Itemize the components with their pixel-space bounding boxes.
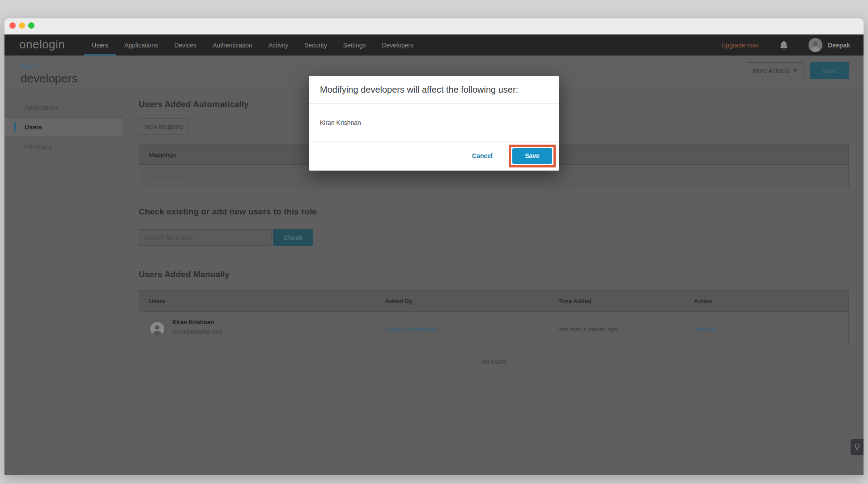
column-users: Users <box>149 298 165 304</box>
time-added-text: less than a minute ago <box>558 326 617 332</box>
modal-cancel-button[interactable]: Cancel <box>472 152 493 159</box>
breadcrumb-roles-link[interactable]: Roles / <box>21 63 39 70</box>
sidebar-item-applications[interactable]: Applications <box>4 98 123 117</box>
users-added-manually-heading: Users Added Manually <box>139 270 230 279</box>
user-email: kiran@boxyhq.com <box>172 328 222 335</box>
header-save-button[interactable]: Save <box>810 62 849 79</box>
search-user-input[interactable] <box>139 229 272 246</box>
sidebar-item-privileges[interactable]: Privileges <box>4 137 123 157</box>
no-users-text: No users <box>139 358 849 365</box>
check-button[interactable]: Check <box>273 229 313 246</box>
user-identity: Kiran Krishnan kiran@boxyhq.com <box>172 319 222 335</box>
lightbulb-icon <box>854 443 860 451</box>
column-added-by: Added By <box>385 298 413 304</box>
minimize-window-button[interactable] <box>19 22 25 29</box>
save-highlight-annotation: Save <box>509 145 556 167</box>
user-full-name: Kiran Krishnan <box>172 319 222 326</box>
manual-users-table: Users Added By Time Added Action Kir <box>139 290 849 346</box>
nav-tab-activity[interactable]: Activity <box>260 34 296 56</box>
no-mappings-text: No Mappings. <box>149 173 185 180</box>
modal-body: Kiran Krishnan <box>309 104 559 141</box>
page-title: developers <box>21 72 77 86</box>
role-sidebar: Applications Users Privileges <box>4 90 123 475</box>
affected-user-name: Kiran Krishnan <box>320 119 361 126</box>
users-added-automatically-heading: Users Added Automatically <box>139 99 249 109</box>
window-titlebar <box>4 18 864 34</box>
new-mapping-button[interactable]: New Mapping <box>139 118 189 135</box>
column-action: Action <box>694 298 712 304</box>
user-avatar[interactable] <box>808 38 822 52</box>
check-users-heading: Check existing or add new users to this … <box>139 207 317 217</box>
chevron-down-icon <box>793 69 797 72</box>
mappings-column-header: Mappings <box>149 151 176 158</box>
selected-accent-bar <box>14 122 16 132</box>
nav-tab-developers[interactable]: Developers <box>374 34 421 56</box>
top-navbar: onelogin Users Applications Devices Auth… <box>4 34 864 56</box>
close-window-button[interactable] <box>9 22 16 29</box>
user-table-row: Kiran Krishnan kiran@boxyhq.com Deepak P… <box>139 312 848 346</box>
modal-header: Modifying developers will affect the fol… <box>309 76 559 104</box>
modal-title: Modifying developers will affect the fol… <box>320 85 518 95</box>
nav-tabs: Users Applications Devices Authenticatio… <box>84 34 421 56</box>
added-by-link[interactable]: Deepak Prabhakara <box>385 326 437 332</box>
row-user-avatar <box>150 322 164 336</box>
nav-tab-settings[interactable]: Settings <box>335 34 374 56</box>
nav-tab-authentication[interactable]: Authentication <box>204 34 260 56</box>
zoom-window-button[interactable] <box>28 22 34 29</box>
modal-footer: Cancel Save <box>309 141 559 170</box>
more-actions-button[interactable]: More Actions <box>746 62 804 79</box>
nav-tab-users[interactable]: Users <box>84 34 116 56</box>
column-time-added: Time Added <box>558 298 591 304</box>
modal-save-button[interactable]: Save <box>512 148 552 164</box>
user-name-label[interactable]: Deepak <box>828 42 850 49</box>
onelogin-logo: onelogin <box>19 38 65 51</box>
manual-users-table-header: Users Added By Time Added Action <box>139 291 848 312</box>
nav-tab-security[interactable]: Security <box>296 34 335 56</box>
more-actions-label: More Actions <box>753 67 789 74</box>
sidebar-item-users[interactable]: Users <box>4 117 123 137</box>
nav-right-cluster: Upgrade now Deepak <box>721 38 850 52</box>
nav-tab-devices[interactable]: Devices <box>166 34 204 56</box>
person-icon <box>808 38 822 52</box>
confirm-modal: Modifying developers will affect the fol… <box>309 76 559 171</box>
upgrade-now-link[interactable]: Upgrade now <box>721 42 758 49</box>
notifications-bell-icon[interactable] <box>780 41 788 50</box>
remove-link[interactable]: Remove <box>694 326 715 332</box>
sidebar-item-users-label: Users <box>25 124 42 131</box>
help-widget-button[interactable] <box>851 439 864 455</box>
person-icon <box>150 322 164 336</box>
nav-tab-applications[interactable]: Applications <box>116 34 166 56</box>
